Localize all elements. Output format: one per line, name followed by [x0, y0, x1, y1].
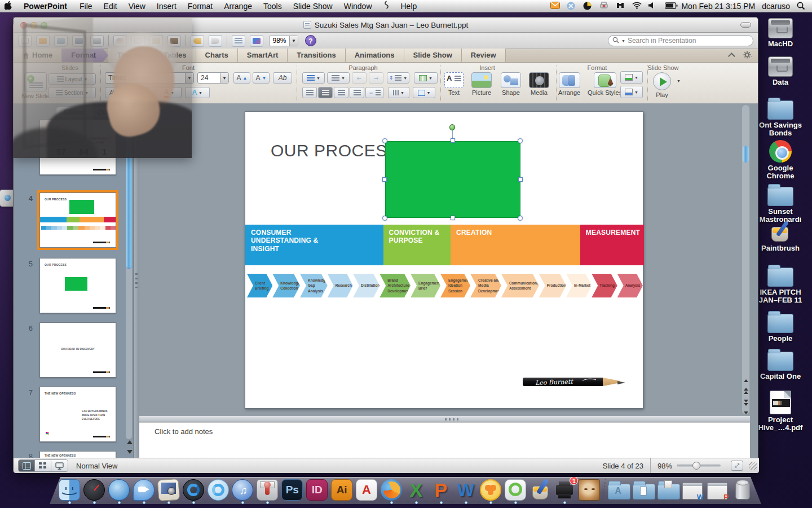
desktop-icon-data[interactable]: Data	[754, 56, 806, 86]
menu-view[interactable]: View	[123, 0, 151, 12]
dock-minimized-word-window[interactable]: W	[682, 479, 704, 501]
zoom-combo[interactable]: 98% ▼	[269, 36, 298, 46]
shrink-font-button[interactable]: A▼	[253, 72, 270, 84]
show-gallery-icon[interactable]	[232, 35, 245, 47]
chevron-step[interactable]: Distillation	[353, 274, 379, 297]
slide-title[interactable]: OUR PROCESS	[271, 141, 399, 160]
tab-smartart[interactable]: SmartArt	[238, 49, 288, 62]
round-status-icon[interactable]	[583, 2, 593, 10]
desktop-icon-google-chrome[interactable]: Google Chrome	[754, 140, 806, 181]
insert-shape-button[interactable]: Shape	[501, 72, 521, 96]
redo-icon[interactable]	[209, 35, 222, 47]
next-slide-button[interactable]	[744, 400, 748, 406]
desktop-icon-people[interactable]: People	[754, 310, 806, 343]
dock-itunes[interactable]: ♫	[232, 479, 253, 501]
align-left-button[interactable]	[302, 87, 317, 98]
zoom-dropdown-arrow[interactable]: ▼	[289, 36, 298, 46]
editor-slide-nav[interactable]	[742, 378, 750, 415]
resize-handle-n[interactable]	[451, 138, 455, 143]
scroll-up-icon[interactable]	[127, 440, 133, 444]
zoom-slider[interactable]	[677, 465, 721, 467]
resize-handle-ne[interactable]	[518, 138, 523, 143]
desktop-icon-paintbrush[interactable]: Paintbrush	[754, 221, 806, 252]
menu-slideshow[interactable]: Slide Show	[288, 0, 338, 12]
slide-thumbnail-6[interactable]: OUR ROAD TO DISCOVERY	[39, 322, 116, 378]
previous-slide-button[interactable]	[744, 388, 748, 394]
spotlight-icon[interactable]	[797, 2, 806, 10]
desktop-icon-ikea-pitch[interactable]: IKEA PITCH JAN–FEB 11	[754, 264, 806, 305]
band-conviction[interactable]: CONVICTION & PURPOSE	[383, 225, 451, 265]
align-right-button[interactable]	[334, 87, 348, 98]
dock-downloads-folder[interactable]	[657, 479, 679, 501]
notes-splitter[interactable]	[139, 415, 750, 422]
wifi-status-icon[interactable]	[632, 2, 642, 10]
dock-applications-folder[interactable]: A	[608, 479, 629, 501]
dock-quicktime-player[interactable]	[208, 479, 229, 501]
menu-app-name[interactable]: PowerPoint	[17, 0, 74, 12]
resize-handle-w[interactable]	[382, 177, 387, 182]
slide-sorter-view-button[interactable]	[35, 460, 51, 471]
align-text-button[interactable]: ▼	[413, 87, 435, 98]
search-scope-arrow[interactable]: ▼	[621, 39, 625, 43]
search-field[interactable]: ▼ Search in Presentation	[608, 35, 753, 46]
insert-media-button[interactable]: Media	[529, 72, 549, 96]
chevron-step[interactable]: Communications Assessment	[501, 274, 539, 297]
dock-indesign[interactable]: ID	[306, 479, 328, 501]
chevron-step[interactable]: Brand Architecture Development	[379, 274, 411, 297]
script-menu-icon[interactable]	[378, 0, 395, 12]
dock-printer[interactable]: 1	[554, 479, 575, 501]
dock-acrobat[interactable]: A	[356, 479, 377, 501]
grow-font-button[interactable]: A▲	[233, 72, 250, 84]
menu-arrange[interactable]: Arrange	[218, 0, 258, 12]
scroll-down-icon[interactable]	[127, 450, 133, 454]
slideshow-view-button[interactable]	[51, 460, 68, 471]
align-center-button[interactable]	[318, 87, 333, 98]
desktop-icon-ont-savings-bonds[interactable]: Ont Savings Bonds	[754, 97, 806, 138]
chevron-step[interactable]: Engagement Ideation Session	[440, 274, 470, 297]
chevron-step[interactable]: In-Market	[566, 274, 592, 297]
chevron-step[interactable]: Client Briefing	[247, 274, 272, 297]
resize-handle-se[interactable]	[518, 216, 523, 221]
play-dropdown-arrow[interactable]: ▼	[677, 79, 681, 83]
clear-formatting-button[interactable]: Ab	[273, 72, 292, 84]
dock-trash[interactable]	[732, 479, 753, 501]
desktop-icon-project-hive-pdf[interactable]: Project Hive_…4.pdf	[754, 391, 806, 432]
increase-indent-button[interactable]: ⇒	[369, 72, 383, 84]
help-button[interactable]: ?	[305, 35, 316, 46]
toolbar-toggle-pill[interactable]	[740, 22, 751, 28]
process-chevron-strip[interactable]: Client Briefing Knowledge Collection Kno…	[247, 274, 643, 297]
desktop-icon-capital-one[interactable]: Capital One	[754, 348, 806, 380]
process-bands[interactable]: CONSUMER UNDERSTANDING & INSIGHT CONVICT…	[245, 225, 644, 265]
shape-line-button[interactable]: ▼	[620, 86, 643, 98]
columns-button[interactable]: ▼	[414, 72, 438, 84]
slide-thumbnail-4[interactable]: OUR PROCESS	[39, 192, 116, 248]
resize-handle-nw[interactable]	[382, 138, 387, 143]
rotation-handle[interactable]	[449, 124, 455, 130]
apple-menu-icon[interactable]	[0, 1, 17, 11]
quick-styles-button[interactable]: Quick Styles	[588, 72, 622, 96]
scroll-up-icon[interactable]	[744, 379, 748, 382]
printer-status-icon[interactable]	[599, 2, 609, 10]
dock-quicktime[interactable]	[183, 479, 204, 501]
chevron-step[interactable]: Engagement Brief	[411, 274, 440, 297]
chevron-step[interactable]: Creative and Media Development	[470, 274, 501, 297]
arrange-button[interactable]: Arrange	[558, 72, 580, 96]
dock-excel[interactable]: X	[405, 479, 427, 501]
dock-paintbrush-app[interactable]	[529, 479, 551, 501]
band-consumer[interactable]: CONSUMER UNDERSTANDING & INSIGHT	[245, 225, 383, 265]
text-direction-button[interactable]: ▼	[388, 87, 409, 98]
dock-minimized-powerpoint-window[interactable]: P	[707, 479, 729, 501]
chevron-step[interactable]: Analysis	[617, 274, 643, 297]
ribbon-gear-icon[interactable]	[743, 51, 752, 59]
dock-lotus-notes[interactable]	[480, 479, 501, 501]
menu-clock[interactable]: Mon Feb 21 3:15 PM	[681, 2, 755, 11]
resize-handle-s[interactable]	[451, 216, 455, 220]
dock-documents-folder[interactable]	[633, 479, 654, 501]
resize-handle-e[interactable]	[518, 177, 523, 182]
messenger-status-icon[interactable]	[567, 2, 576, 10]
desktop-icon-machd[interactable]: MacHD	[754, 18, 806, 48]
numbering-button[interactable]: ▼	[327, 72, 350, 84]
dock-safari[interactable]	[108, 479, 130, 501]
editor-scroll-thumb[interactable]	[743, 146, 749, 163]
chevron-step[interactable]: Production	[539, 274, 566, 297]
